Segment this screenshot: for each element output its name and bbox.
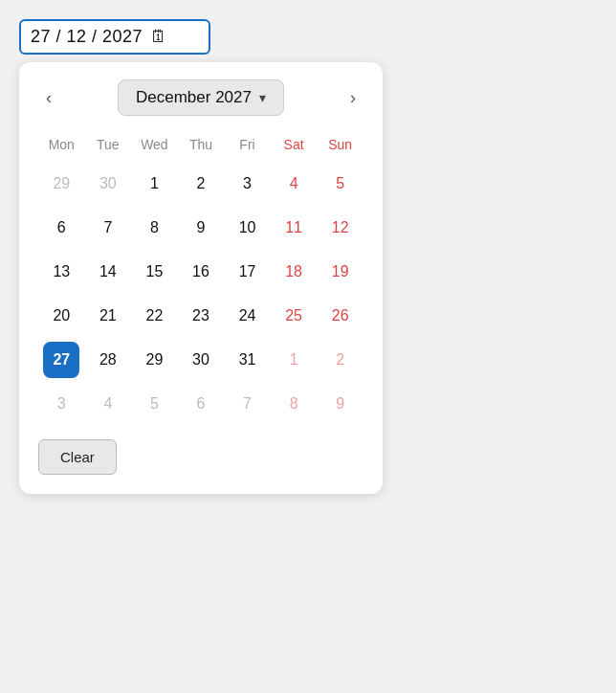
day-number[interactable]: 5 <box>136 386 172 422</box>
day-number[interactable]: 21 <box>90 298 126 334</box>
day-number[interactable]: 17 <box>230 254 266 290</box>
day-number[interactable]: 23 <box>183 298 219 334</box>
calendar-day-cell: 9 <box>317 382 363 426</box>
day-number[interactable]: 20 <box>43 298 79 334</box>
calendar-day-cell: 20 <box>38 294 85 338</box>
calendar-panel: ‹ December 2027 ▾ › Mon Tue Wed Thu Fri … <box>19 62 383 494</box>
day-number[interactable]: 18 <box>275 254 312 290</box>
calendar-day-cell: 14 <box>85 250 132 294</box>
calendar-day-cell: 13 <box>38 250 85 294</box>
day-number[interactable]: 28 <box>90 342 126 378</box>
day-number[interactable]: 13 <box>43 254 79 290</box>
calendar-day-cell: 24 <box>224 294 271 338</box>
calendar-day-cell: 23 <box>178 294 225 338</box>
calendar-day-cell: 29 <box>38 162 85 206</box>
day-number[interactable]: 3 <box>230 166 266 202</box>
clear-button[interactable]: Clear <box>38 439 117 475</box>
calendar-day-cell: 11 <box>271 206 318 250</box>
calendar-day-cell: 25 <box>271 294 318 338</box>
selected-day[interactable]: 27 <box>43 342 79 378</box>
day-number[interactable]: 8 <box>275 386 312 422</box>
weekday-mon: Mon <box>38 133 85 162</box>
calendar-day-cell: 4 <box>85 382 132 426</box>
calendar-day-cell: 30 <box>178 338 225 382</box>
day-number[interactable]: 11 <box>275 210 312 246</box>
weekday-tue: Tue <box>85 133 132 162</box>
calendar-day-cell: 22 <box>131 294 178 338</box>
calendar-day-cell: 29 <box>131 338 178 382</box>
day-number[interactable]: 6 <box>183 386 219 422</box>
calendar-day-cell: 8 <box>271 382 318 426</box>
day-number[interactable]: 4 <box>275 166 312 202</box>
day-number[interactable]: 4 <box>90 386 126 422</box>
date-input[interactable]: 27 / 12 / 2027 🗓 <box>19 19 210 55</box>
day-number[interactable]: 19 <box>322 254 359 290</box>
calendar-day-cell: 17 <box>224 250 271 294</box>
day-number[interactable]: 3 <box>43 386 79 422</box>
day-number[interactable]: 30 <box>90 166 126 202</box>
day-number[interactable]: 31 <box>230 342 266 378</box>
weekday-sat: Sat <box>271 133 318 162</box>
calendar-day-cell: 7 <box>85 206 132 250</box>
calendar-day-cell: 31 <box>224 338 271 382</box>
calendar-week-row: 20212223242526 <box>38 294 363 338</box>
day-number[interactable]: 7 <box>230 386 266 422</box>
day-number[interactable]: 10 <box>230 210 266 246</box>
day-number[interactable]: 29 <box>136 342 172 378</box>
calendar-icon: 🗓 <box>150 27 167 47</box>
day-number[interactable]: 6 <box>43 210 79 246</box>
day-number[interactable]: 16 <box>183 254 219 290</box>
calendar-week-row: 6789101112 <box>38 206 363 250</box>
day-number[interactable]: 1 <box>136 166 172 202</box>
calendar-day-cell: 3 <box>38 382 85 426</box>
weekday-header-row: Mon Tue Wed Thu Fri Sat Sun <box>38 133 363 162</box>
calendar-day-cell: 28 <box>85 338 132 382</box>
calendar-day-cell: 6 <box>178 382 225 426</box>
weekday-thu: Thu <box>178 133 225 162</box>
day-number[interactable]: 1 <box>275 342 312 378</box>
next-month-button[interactable]: › <box>342 84 363 112</box>
date-picker-container: 27 / 12 / 2027 🗓 ‹ December 2027 ▾ › Mon… <box>19 19 383 494</box>
weekday-sun: Sun <box>317 133 363 162</box>
day-number[interactable]: 5 <box>322 166 359 202</box>
day-number[interactable]: 29 <box>43 166 79 202</box>
day-number[interactable]: 30 <box>183 342 219 378</box>
calendar-day-cell: 12 <box>317 206 363 250</box>
day-number[interactable]: 25 <box>275 298 312 334</box>
day-number[interactable]: 8 <box>136 210 172 246</box>
calendar-day-cell: 6 <box>38 206 85 250</box>
day-number[interactable]: 14 <box>90 254 126 290</box>
date-input-value: 27 / 12 / 2027 <box>31 27 143 47</box>
calendar-grid: Mon Tue Wed Thu Fri Sat Sun 293012345678… <box>38 133 363 426</box>
calendar-day-cell: 21 <box>85 294 132 338</box>
calendar-week-row: 3456789 <box>38 382 363 426</box>
calendar-day-cell: 16 <box>178 250 225 294</box>
calendar-day-cell: 5 <box>131 382 178 426</box>
calendar-day-cell: 10 <box>224 206 271 250</box>
calendar-week-row: 293012345 <box>38 162 363 206</box>
day-number[interactable]: 9 <box>322 386 359 422</box>
month-year-selector[interactable]: December 2027 ▾ <box>118 79 284 116</box>
day-number[interactable]: 7 <box>90 210 126 246</box>
calendar-day-cell: 30 <box>85 162 132 206</box>
prev-month-button[interactable]: ‹ <box>38 84 59 112</box>
calendar-day-cell: 1 <box>131 162 178 206</box>
day-number[interactable]: 12 <box>322 210 359 246</box>
day-number[interactable]: 15 <box>136 254 172 290</box>
day-number[interactable]: 9 <box>183 210 219 246</box>
day-number[interactable]: 24 <box>230 298 266 334</box>
calendar-day-cell: 7 <box>224 382 271 426</box>
calendar-day-cell: 26 <box>317 294 363 338</box>
day-number[interactable]: 26 <box>322 298 359 334</box>
calendar-day-cell: 27 <box>38 338 85 382</box>
day-number[interactable]: 2 <box>322 342 359 378</box>
calendar-day-cell: 1 <box>271 338 318 382</box>
calendar-day-cell: 5 <box>317 162 363 206</box>
calendar-day-cell: 2 <box>317 338 363 382</box>
calendar-header: ‹ December 2027 ▾ › <box>38 79 363 116</box>
day-number[interactable]: 2 <box>183 166 219 202</box>
day-number[interactable]: 22 <box>136 298 172 334</box>
calendar-day-cell: 15 <box>131 250 178 294</box>
calendar-day-cell: 4 <box>271 162 318 206</box>
calendar-day-cell: 8 <box>131 206 178 250</box>
